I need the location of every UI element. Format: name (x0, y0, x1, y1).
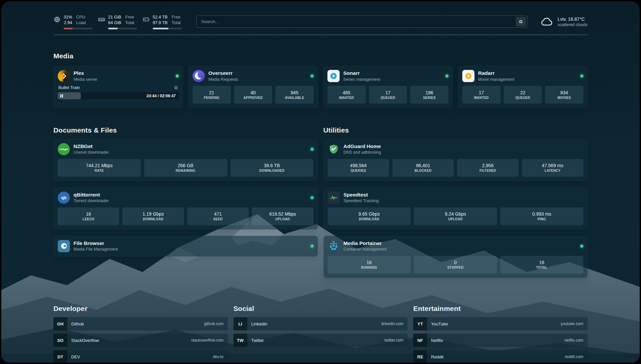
stat-block: 945 AVAILABLE (275, 86, 314, 104)
bookmark-github[interactable]: GH Github github.com (53, 317, 228, 330)
stat-value: 744.21 Mbps (86, 163, 112, 168)
stats-row: 744.21 Mbps RATE 266 GB REMAINING 39.6 T… (58, 159, 314, 177)
stat-label: QUEUED (381, 96, 395, 100)
search-provider-button[interactable]: G (516, 17, 526, 26)
stat-label: WANTED (474, 96, 489, 100)
status-dot (311, 75, 314, 77)
nzbget-icon: nzbget (58, 143, 70, 155)
plex-card[interactable]: Plex Media server Bullet Train ⚙ 24:44 /… (53, 66, 183, 108)
portainer-header: Media Portainer Container management (328, 240, 584, 252)
bookmark-abbr: RE (413, 350, 427, 363)
bookmark-domain: reddit.com (565, 350, 588, 363)
service-name: NZBGet (74, 143, 109, 150)
section-title-social: Social (233, 305, 408, 313)
radarr-card[interactable]: Radarr Movie management 17 WANTED 22 QUE… (458, 66, 588, 108)
stat-label: MOVIES (558, 96, 571, 100)
stat-block: 498,564 QUERIES (328, 159, 389, 177)
stat-block: 196 SERIES (410, 86, 448, 104)
stat-label: APPROVED (243, 96, 263, 100)
bookmark-stackoverflow[interactable]: SO StackOverflow stackoverflow.com (53, 334, 228, 347)
stat-block: 47.569 ms LATENCY (522, 159, 583, 177)
stats-row: 485 WANTED 17 QUEUED 196 SERIES (327, 86, 448, 104)
stat-value: 17 (479, 90, 484, 95)
stat-block: 471 SEED (187, 207, 249, 225)
stat-block: 0.993 ms PING (500, 207, 583, 225)
qbittorrent-card[interactable]: qb qBittorrent Torrent downloader 16 (53, 187, 318, 229)
stat-block: 16 TOTAL (500, 256, 583, 274)
stat-value: 86,401 (416, 163, 430, 168)
stat-block: 834 MOVIES (545, 86, 583, 104)
service-subtitle: Usenet downloader (74, 150, 109, 155)
bookmark-name: Reddit (427, 350, 443, 363)
stat-label: RATE (95, 169, 104, 172)
adguard-card[interactable]: AdGuard Home DNS and adblocking 498,564 … (323, 139, 588, 181)
bookmark-linkedin[interactable]: LI LinkedIn linkedin.com (233, 317, 408, 330)
stat-label: BLOCKED (414, 169, 432, 172)
stat-value: 21 (209, 90, 214, 95)
cpu-load-label: Load (76, 20, 86, 26)
stat-block: 618.52 Mbps UPLOAD (252, 207, 313, 225)
stat-block: 17 WANTED (462, 86, 501, 104)
bookmark-abbr: NF (413, 334, 427, 347)
service-name: AdGuard Home (344, 143, 381, 150)
cpu-widget: 31% 2.94 CPU Load (53, 15, 93, 29)
filebrowser-icon (58, 240, 70, 252)
stat-label: SEED (213, 217, 223, 221)
now-playing-title: Bullet Train (58, 85, 80, 90)
stat-value: 39.6 TB (264, 163, 280, 168)
portainer-icon (328, 240, 340, 252)
stat-value: 16 (539, 260, 544, 265)
stat-value: 47.569 ms (542, 163, 563, 168)
sonarr-card[interactable]: Sonarr Series management 485 WANTED 17 Q… (323, 66, 453, 108)
search-bar[interactable]: G (196, 15, 528, 28)
adguard-header: AdGuard Home DNS and adblocking (328, 143, 584, 155)
overseerr-card[interactable]: Overseerr Media Requests 21 PENDING 40 A… (188, 66, 318, 108)
disk-widget: 52.4 TB 97.9 TB Free Total (142, 15, 182, 29)
stat-value: 0.993 ms (532, 211, 551, 217)
bookmark-group-entertainment: Entertainment YT YouTube youtube.com NF … (413, 299, 588, 363)
memory-total-label: Total (125, 20, 134, 26)
stat-value: 498,564 (350, 163, 367, 168)
section-documents: Documents & Files nzbget NZBGet Usenet d… (53, 120, 318, 256)
cpu-percent: 31% (64, 15, 72, 20)
stat-value: 945 (291, 90, 298, 95)
speedtest-icon (328, 192, 340, 204)
bookmark-twitter[interactable]: TW Twitter twitter.com (233, 334, 408, 347)
gear-icon[interactable]: ⚙ (174, 85, 178, 90)
search-input[interactable] (200, 19, 516, 24)
stat-label: REMAINING (176, 169, 196, 172)
bookmark-dev[interactable]: DT DEV dev.to (53, 350, 228, 363)
stat-block: 744.21 Mbps RATE (58, 159, 141, 177)
stat-block: 266 GB REMAINING (144, 159, 227, 177)
stat-label: PING (537, 217, 546, 221)
filebrowser-card[interactable]: File Browser Media File Management (53, 236, 318, 257)
bookmark-domain: netflix.com (565, 334, 588, 347)
bookmark-abbr: DT (53, 350, 67, 363)
speedtest-card[interactable]: Speedtest Speedtest Tracking 9.65 Gbps D… (323, 187, 588, 229)
service-subtitle: Series management (343, 77, 380, 82)
nzbget-card[interactable]: nzbget NZBGet Usenet downloader 744.21 M… (53, 139, 318, 181)
cpu-load: 2.94 (64, 20, 72, 26)
bookmark-group-developer: Developer GH Github github.com SO StackO… (53, 299, 228, 363)
service-name: Radarr (478, 70, 514, 76)
filebrowser-header: File Browser Media File Management (58, 240, 314, 252)
bookmark-domain: linkedin.com (382, 317, 408, 330)
stat-block: 22 QUEUED (504, 86, 542, 104)
bookmark-domain: github.com (204, 317, 228, 330)
disk-total-label: Total (171, 20, 180, 26)
section-title-developer: Developer (53, 305, 228, 313)
bookmark-reddit[interactable]: RE Reddit reddit.com (413, 350, 588, 363)
bookmark-name: Twitter (247, 334, 264, 347)
bookmark-abbr: LI (233, 317, 247, 330)
memory-bar-fill (108, 28, 118, 29)
bookmark-netflix[interactable]: NF Netflix netflix.com (413, 334, 588, 347)
adguard-icon (328, 143, 340, 155)
service-name: Media Portainer (344, 240, 387, 247)
bookmark-youtube[interactable]: YT YouTube youtube.com (413, 317, 588, 330)
cpu-bar (64, 28, 93, 29)
qbittorrent-header: qb qBittorrent Torrent downloader (58, 192, 314, 204)
memory-bar (108, 28, 137, 29)
portainer-card[interactable]: Media Portainer Container management 16 … (323, 236, 588, 278)
bookmark-name: DEV (67, 350, 80, 363)
radarr-header: Radarr Movie management (462, 70, 583, 82)
